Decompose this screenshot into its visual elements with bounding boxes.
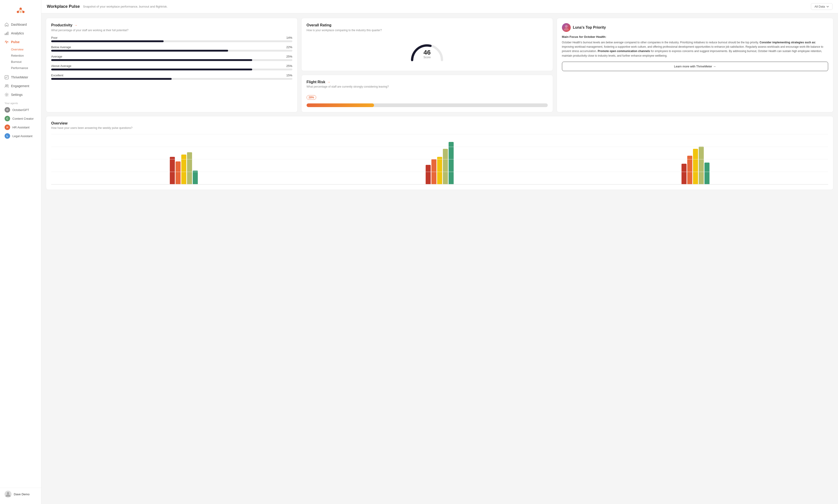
chart-bar (693, 149, 698, 184)
sidebar-item-analytics[interactable]: Analytics (0, 29, 41, 38)
sidebar-sub-burnout[interactable]: Burnout (11, 59, 41, 65)
flight-risk-arrow-icon: → (327, 80, 330, 84)
sidebar-item-settings[interactable]: Settings (0, 90, 41, 99)
productivity-row: Poor 14% (51, 36, 292, 42)
agents-section-label: Your agents (0, 99, 41, 106)
prod-bar-fill (51, 78, 172, 80)
overview-subtitle: How have your users been answering the w… (51, 126, 828, 129)
productivity-row: Below Average 22% (51, 46, 292, 52)
productivity-title: Productivity → (51, 23, 292, 27)
sidebar-sub-retention[interactable]: Retention (11, 53, 41, 59)
chart-bar (443, 149, 448, 184)
home-icon (5, 22, 9, 26)
flight-risk-title: Flight Risk → (307, 80, 548, 84)
chart-bar (176, 161, 180, 184)
sidebar-item-dashboard[interactable]: Dashboard (0, 20, 41, 29)
flight-risk-bar-bg (307, 103, 548, 107)
prod-pct: 22% (286, 46, 292, 49)
chart-bar (426, 165, 431, 184)
productivity-row: Average 25% (51, 55, 292, 61)
chart-icon (5, 75, 9, 79)
engagement-label: Engagement (11, 84, 29, 88)
chart-bar (699, 146, 704, 184)
grid-line-1 (51, 134, 828, 134)
svg-rect-8 (6, 33, 7, 35)
overview-chart (51, 134, 828, 185)
page-header: Workplace Pulse Snapshot of your workpla… (41, 0, 838, 13)
overall-rating-subtitle: How is your workplace comparing to the i… (307, 29, 548, 32)
sidebar-item-thrivemeter[interactable]: ThriveMeter (0, 73, 41, 82)
pulse-subnav: Overview Retention Burnout Performance (0, 46, 41, 71)
prod-bar-bg (51, 69, 292, 70)
header-left: Workplace Pulse Snapshot of your workpla… (47, 4, 168, 9)
productivity-card: Productivity → What percentage of your s… (46, 18, 298, 112)
agent-legal[interactable]: L Legal Assistant (0, 132, 41, 140)
prod-label: Below Average (51, 46, 71, 49)
agent-octobgpt[interactable]: O OctoberGPT (0, 106, 41, 114)
flight-risk-card: Flight Risk → What percentage of staff a… (301, 75, 553, 112)
flight-risk-bar-area: 28% (307, 95, 548, 107)
logo-container (0, 4, 41, 20)
chart-bar (437, 157, 442, 184)
dashboard-label: Dashboard (11, 23, 27, 26)
prod-label: Above Average (51, 64, 71, 68)
prod-bar-bg (51, 40, 292, 42)
productivity-arrow-icon: → (74, 23, 77, 27)
prod-pct: 25% (286, 55, 292, 58)
prod-label: Excellent (51, 74, 63, 77)
svg-point-15 (7, 492, 9, 494)
pulse-icon (5, 40, 9, 44)
prod-bar-bg (51, 59, 292, 61)
chart-bar (449, 142, 454, 184)
thrivemore-label: Learn more with ThriveMeter → (674, 65, 716, 68)
top-cards-row: Productivity → What percentage of your s… (46, 18, 833, 112)
flight-risk-pct-bubble: 28% (307, 95, 316, 100)
agent-avatar-l: L (5, 133, 10, 139)
sidebar-item-pulse[interactable]: Pulse (0, 38, 41, 46)
prod-pct: 14% (286, 36, 292, 39)
sidebar-nav: Dashboard Analytics Pulse Overview Reten… (0, 20, 41, 488)
prod-bar-bg (51, 50, 292, 52)
gauge-wrapper: 46 Score (409, 38, 446, 61)
filter-button[interactable]: All Data (811, 3, 833, 10)
svg-point-13 (6, 94, 7, 95)
productivity-row: Excellent 15% (51, 74, 292, 80)
main-content: Workplace Pulse Snapshot of your workpla… (41, 0, 838, 504)
agent-avatar-h: H (5, 125, 10, 130)
chart-group (56, 152, 312, 184)
chart-bar (704, 163, 710, 184)
prod-bar-fill (51, 40, 163, 42)
svg-point-17 (565, 25, 568, 28)
filter-label: All Data (814, 5, 825, 8)
sidebar-item-engagement[interactable]: Engagement (0, 82, 41, 90)
sidebar: Dashboard Analytics Pulse Overview Reten… (0, 0, 41, 504)
app-logo (16, 5, 26, 16)
chevron-down-icon (826, 5, 829, 8)
prod-bar-bg (51, 78, 292, 80)
svg-rect-9 (7, 32, 8, 35)
luna-focus-title: Main Focus for October Health: (562, 35, 828, 38)
agent-hr[interactable]: H HR Assistant (0, 123, 41, 132)
luna-header: Luna's Top Priority (562, 23, 828, 32)
sidebar-user[interactable]: Dave Demo (0, 488, 41, 500)
agent-label-o: OctoberGPT (12, 108, 29, 112)
productivity-row: Above Average 25% (51, 64, 292, 70)
prod-bar-fill (51, 69, 252, 70)
agent-content[interactable]: C Content Creator (0, 114, 41, 123)
chart-bar (181, 155, 186, 184)
agent-label-l: Legal Assistant (12, 134, 32, 138)
overview-title: Overview (51, 121, 828, 125)
chart-group (312, 142, 568, 184)
chart-bar (187, 152, 192, 184)
thrivemore-button[interactable]: Learn more with ThriveMeter → (562, 62, 828, 71)
thrivemeter-label: ThriveMeter (11, 75, 28, 79)
svg-point-11 (5, 85, 7, 86)
sidebar-sub-overview[interactable]: Overview (11, 46, 41, 53)
agent-avatar-c: C (5, 116, 10, 121)
flight-risk-bar-fill (307, 103, 374, 107)
luna-avatar (562, 23, 571, 32)
sidebar-sub-performance[interactable]: Performance (11, 65, 41, 71)
user-avatar (5, 491, 12, 498)
flight-risk-subtitle: What percentage of staff are currently s… (307, 85, 548, 88)
main-scroll-area[interactable]: Productivity → What percentage of your s… (41, 13, 838, 504)
